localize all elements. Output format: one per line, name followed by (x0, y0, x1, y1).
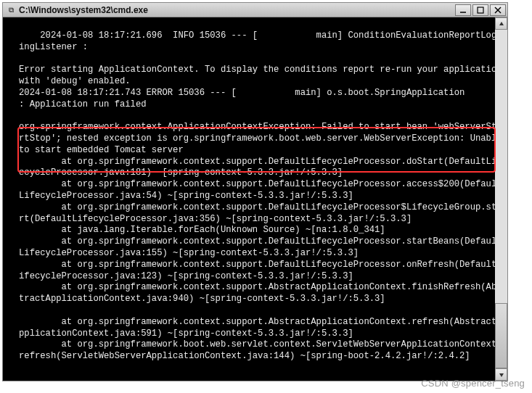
window-title: C:\Windows\system32\cmd.exe (19, 5, 455, 15)
close-button[interactable] (490, 4, 506, 16)
cmd-icon: ⧉ (6, 6, 16, 15)
svg-marker-5 (499, 373, 504, 377)
console-output[interactable]: 2024-01-08 18:17:21.696 INFO 15036 --- [… (3, 17, 507, 381)
titlebar[interactable]: ⧉ C:\Windows\system32\cmd.exe (3, 3, 507, 17)
window-buttons (455, 4, 507, 16)
scroll-down-button[interactable] (495, 368, 507, 381)
scroll-up-button[interactable] (495, 17, 507, 30)
scroll-thumb[interactable] (495, 303, 507, 368)
cmd-window: ⧉ C:\Windows\system32\cmd.exe 2024-01-08… (2, 2, 508, 381)
scroll-track[interactable] (495, 30, 507, 368)
console-text: 2024-01-08 18:17:21.696 INFO 15036 --- [… (19, 30, 507, 361)
scrollbar[interactable] (495, 17, 507, 381)
svg-marker-4 (499, 22, 504, 25)
minimize-button[interactable] (455, 4, 471, 16)
svg-rect-1 (478, 7, 483, 13)
maximize-button[interactable] (472, 4, 488, 16)
